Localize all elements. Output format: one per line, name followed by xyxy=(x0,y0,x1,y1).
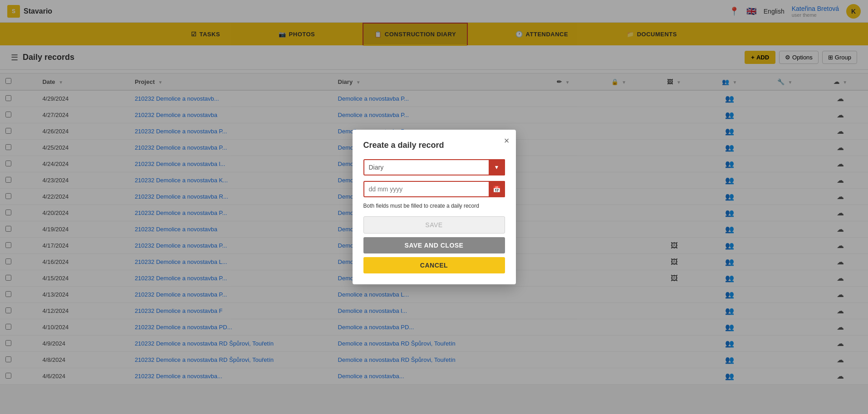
date-field: 📅 xyxy=(363,181,505,197)
modal-close-button[interactable]: × xyxy=(504,136,510,145)
cancel-button[interactable]: CANCEL xyxy=(363,257,505,273)
diary-select-wrap: Diary ▼ xyxy=(363,159,505,175)
modal-overlay: × Create a daily record Diary ▼ 📅 Both f… xyxy=(0,0,868,385)
modal-title: Create a daily record xyxy=(363,141,505,150)
date-input[interactable] xyxy=(363,181,505,197)
diary-field: Diary ▼ xyxy=(363,159,505,175)
diary-select[interactable]: Diary xyxy=(363,159,505,175)
date-input-wrap: 📅 xyxy=(363,181,505,197)
save-button[interactable]: SAVE xyxy=(363,216,505,234)
save-and-close-button[interactable]: SAVE AND CLOSE xyxy=(363,237,505,253)
validation-message: Both fields must be filled to create a d… xyxy=(363,203,505,209)
create-daily-record-modal: × Create a daily record Diary ▼ 📅 Both f… xyxy=(353,130,516,284)
